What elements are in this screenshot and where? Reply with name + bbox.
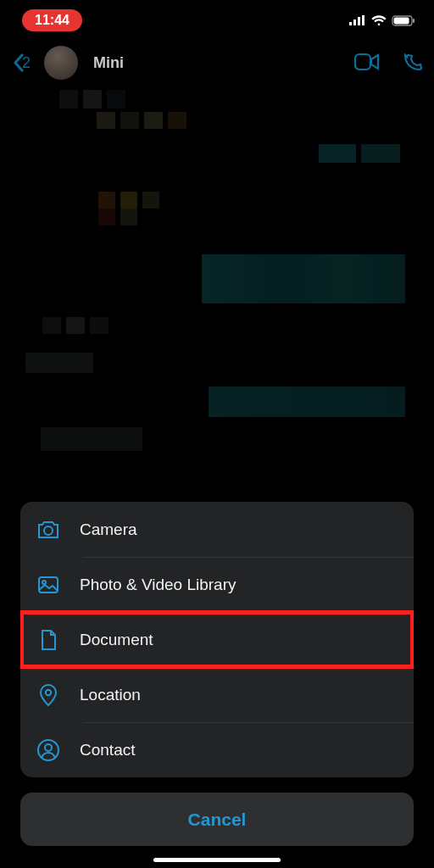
photo-library-icon	[36, 572, 61, 598]
sheet-item-label: Photo & Video Library	[80, 576, 236, 594]
svg-rect-0	[349, 22, 352, 25]
video-call-icon[interactable]	[354, 53, 380, 71]
contact-icon	[36, 737, 61, 763]
svg-point-8	[44, 526, 53, 535]
document-icon	[36, 627, 61, 653]
svg-rect-6	[413, 19, 415, 23]
back-count: 2	[22, 54, 31, 72]
svg-point-13	[45, 744, 52, 751]
action-sheet-options: Camera Photo & Video Library Document Lo…	[20, 502, 414, 777]
status-bar: 11:44	[0, 0, 434, 41]
cancel-label: Cancel	[188, 810, 247, 830]
svg-point-11	[46, 689, 51, 694]
sheet-item-contact[interactable]: Contact	[20, 722, 414, 777]
svg-rect-1	[353, 19, 356, 25]
sheet-item-label: Document	[80, 631, 153, 649]
home-indicator	[153, 858, 281, 862]
svg-point-10	[42, 581, 46, 584]
battery-icon	[392, 15, 415, 26]
cancel-button[interactable]: Cancel	[20, 793, 414, 846]
cellular-icon	[349, 15, 366, 25]
sheet-item-label: Camera	[80, 520, 137, 539]
sheet-item-location[interactable]: Location	[20, 667, 414, 722]
contact-name[interactable]: Mini	[93, 54, 124, 72]
wifi-icon	[371, 15, 387, 26]
voice-call-icon[interactable]	[402, 53, 422, 73]
svg-rect-7	[355, 54, 370, 70]
attachment-action-sheet: Camera Photo & Video Library Document Lo…	[20, 502, 414, 846]
sheet-item-library[interactable]: Photo & Video Library	[20, 557, 414, 612]
sheet-item-label: Contact	[80, 741, 135, 760]
sheet-item-document[interactable]: Document	[20, 612, 414, 667]
svg-rect-5	[394, 17, 409, 24]
svg-rect-2	[358, 17, 360, 25]
sheet-item-label: Location	[80, 686, 141, 704]
chat-header: 2 Mini	[0, 41, 434, 85]
header-actions	[354, 53, 422, 73]
avatar[interactable]	[44, 46, 78, 80]
svg-rect-9	[39, 577, 58, 593]
location-icon	[36, 682, 61, 708]
svg-rect-3	[362, 15, 364, 25]
status-right	[349, 15, 415, 26]
status-time: 11:44	[22, 9, 82, 31]
camera-icon	[36, 517, 61, 542]
back-button[interactable]: 2	[12, 53, 31, 73]
sheet-item-camera[interactable]: Camera	[20, 502, 414, 557]
